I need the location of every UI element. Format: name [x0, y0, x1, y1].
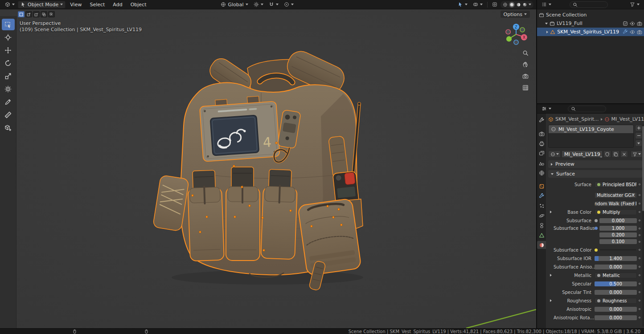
select-mode-invert-button[interactable] [41, 11, 47, 17]
base-color-node-menu[interactable]: Multiply [595, 209, 637, 215]
outliner-row-scene-collection[interactable]: Scene Collection [537, 11, 644, 19]
hide-eye-icon[interactable] [630, 21, 635, 26]
select-mode-intersect-button[interactable] [48, 11, 55, 17]
subsurface-value[interactable]: 0.000 [599, 218, 637, 223]
animate-dot[interactable] [639, 211, 640, 213]
subsurface-anisotropy-value[interactable]: 0.000 [595, 265, 637, 269]
add-slot-button[interactable] [635, 125, 642, 131]
browse-material-button[interactable] [548, 151, 561, 158]
pivot-point-dropdown[interactable] [251, 1, 266, 8]
snap-toggle[interactable] [267, 1, 281, 8]
exclude-checkbox-icon[interactable] [623, 21, 628, 26]
subsurface-ior-slider[interactable]: 1.400 [595, 256, 637, 261]
animate-dot[interactable] [639, 266, 640, 268]
subsurface-color-swatch[interactable] [599, 249, 637, 250]
tab-scene[interactable] [537, 159, 546, 167]
material-filter-button[interactable] [631, 151, 642, 158]
render-camera-icon[interactable] [637, 29, 642, 35]
tool-measure[interactable] [2, 109, 15, 121]
panel-surface[interactable]: Surface [548, 170, 642, 178]
shading-material-icon[interactable] [516, 2, 521, 7]
material-slot-row[interactable]: MI_Vest_LV119_Coyote [549, 125, 633, 133]
animate-dot[interactable] [639, 317, 640, 318]
viewport-3d[interactable]: 4 [0, 9, 536, 328]
tool-annotate[interactable] [2, 96, 15, 108]
tab-render[interactable] [537, 130, 546, 138]
expand-icon[interactable] [550, 299, 552, 302]
animate-dot[interactable] [639, 234, 640, 236]
subsurface-radius-z[interactable]: 0.100 [599, 239, 637, 244]
tab-material[interactable] [537, 241, 546, 249]
specular-tint-value[interactable]: 0.000 [595, 290, 637, 295]
tool-rotate[interactable] [2, 57, 15, 69]
menu-view[interactable]: View [66, 1, 85, 8]
editor-type-button[interactable] [3, 1, 17, 8]
animate-dot[interactable] [639, 228, 640, 229]
animate-dot[interactable] [639, 283, 640, 285]
tab-view-layer[interactable] [537, 149, 546, 157]
tab-world[interactable] [537, 169, 546, 177]
animate-dot[interactable] [639, 300, 640, 301]
disclosure-right-icon[interactable] [546, 31, 548, 33]
tab-modifiers[interactable] [537, 192, 546, 200]
options-dropdown[interactable]: Options [500, 11, 530, 18]
shading-solid-active[interactable] [509, 2, 515, 8]
zoom-button[interactable] [520, 49, 531, 57]
animate-dot[interactable] [639, 274, 640, 276]
subsurface-radius-y[interactable]: 0.200 [599, 232, 637, 237]
animate-dot[interactable] [639, 257, 640, 259]
animate-dot[interactable] [639, 249, 640, 251]
tab-object[interactable] [537, 182, 546, 190]
properties-scrollbar[interactable] [642, 124, 644, 326]
unlink-material-button[interactable] [620, 151, 628, 158]
hide-eye-icon[interactable] [630, 29, 635, 35]
render-camera-icon[interactable] [637, 21, 642, 26]
tool-move[interactable] [2, 45, 15, 56]
tab-output[interactable] [537, 139, 546, 147]
menu-select[interactable]: Select [86, 1, 108, 8]
panel-preview[interactable]: Preview [548, 160, 642, 168]
navigation-gizmo[interactable]: Z X [502, 22, 530, 49]
select-mode-subtract-button[interactable] [33, 11, 40, 17]
modifier-wrench-icon[interactable] [623, 29, 628, 35]
transform-orientation-dropdown[interactable]: Global [218, 1, 250, 8]
proportional-edit-dropdown[interactable] [282, 1, 296, 8]
animate-dot[interactable] [639, 194, 640, 196]
tab-constraints[interactable] [537, 221, 546, 229]
slot-specials-button[interactable] [635, 140, 642, 147]
animate-dot[interactable] [639, 291, 640, 293]
outliner-editor-type-button[interactable] [539, 1, 554, 8]
material-name-field[interactable]: MI_Vest_LV119_Coyote [562, 151, 603, 158]
animate-dot[interactable] [639, 241, 640, 243]
xray-toggle[interactable] [490, 1, 500, 8]
expand-icon[interactable] [550, 211, 552, 213]
subsurface-radius-x[interactable]: 1.000 [599, 226, 637, 231]
new-material-copy-button[interactable] [612, 151, 619, 158]
tool-select-box[interactable] [2, 19, 15, 30]
specular-slider[interactable]: 0.500 [595, 281, 637, 286]
expand-icon[interactable] [550, 274, 552, 277]
anisotropic-rotation-value[interactable]: 0.000 [595, 315, 637, 320]
viewport-scene[interactable]: 4 [0, 9, 536, 328]
tab-object-data[interactable] [537, 231, 546, 239]
ortho-toggle-button[interactable] [520, 83, 531, 92]
animate-dot[interactable] [639, 220, 640, 221]
pan-hand-button[interactable] [520, 60, 531, 69]
tool-transform[interactable] [2, 83, 15, 95]
menu-add[interactable]: Add [109, 1, 126, 8]
distribution-dropdown[interactable]: Multiscatter GGX [595, 192, 637, 198]
overlays-dropdown[interactable] [471, 1, 485, 8]
show-gizmo-dropdown[interactable] [455, 1, 470, 8]
outliner-row-collection[interactable]: LV119_Full [537, 19, 644, 28]
remove-slot-button[interactable] [635, 132, 642, 139]
camera-view-button[interactable] [520, 72, 531, 81]
breadcrumb-object[interactable]: SKM_Vest_Spirit... [548, 116, 599, 122]
menu-object[interactable]: Object [127, 1, 150, 8]
tool-add-cube[interactable] [2, 122, 15, 134]
subsurface-method-dropdown[interactable]: Random Walk (Fixed R... [595, 201, 637, 207]
tool-scale[interactable] [2, 70, 15, 82]
surface-shader-menu[interactable]: Principled BSDF [595, 182, 637, 187]
shading-wireframe-icon[interactable] [503, 2, 508, 7]
roughness-node-menu[interactable]: Roughness [595, 298, 637, 304]
tab-physics[interactable] [537, 212, 546, 220]
